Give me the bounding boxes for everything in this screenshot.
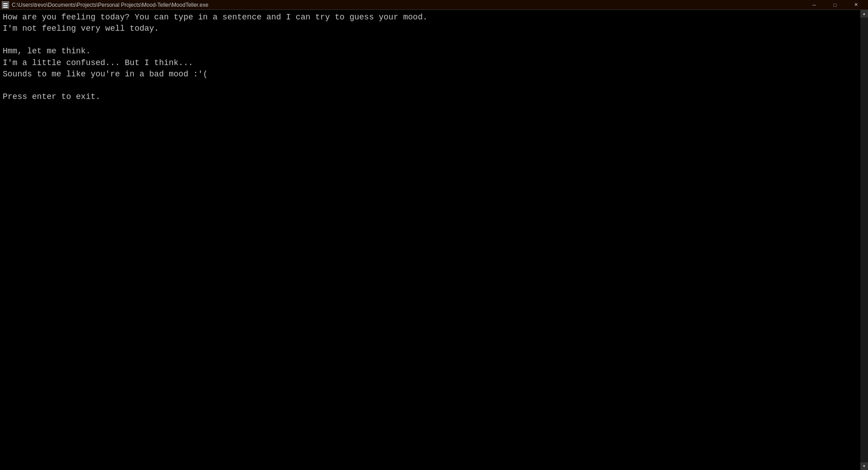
close-button[interactable]: ✕ [845,0,866,10]
title-bar-left: C:\Users\trevo\Documents\Projects\Person… [2,1,208,9]
svg-rect-2 [3,5,8,6]
title-bar: C:\Users\trevo\Documents\Projects\Person… [0,0,868,10]
console-line: Press enter to exit. [3,91,865,103]
console-body: How are you feeling today? You can type … [0,10,868,470]
app-icon [2,1,9,9]
console-line: How are you feeling today? You can type … [3,12,865,23]
console-line: I'm a little confused... But I think... [3,57,865,69]
scrollbar-track[interactable] [860,18,868,462]
console-line: Hmm, let me think. [3,46,865,57]
console-blank-line [3,80,865,91]
window-controls: ─ □ ✕ [804,0,866,10]
console-line: Sounds to me like you're in a bad mood :… [3,69,865,80]
svg-rect-3 [3,7,8,8]
console-blank-line [3,34,865,46]
restore-button[interactable]: □ [825,0,845,10]
window-title: C:\Users\trevo\Documents\Projects\Person… [12,2,208,8]
scrollbar-up-arrow[interactable]: ▲ [860,10,868,18]
svg-rect-1 [3,3,8,4]
scrollbar[interactable]: ▲ ▼ [860,10,868,470]
console-line: I'm not feeling very well today. [3,23,865,34]
minimize-button[interactable]: ─ [804,0,825,10]
scrollbar-down-arrow[interactable]: ▼ [860,462,868,470]
